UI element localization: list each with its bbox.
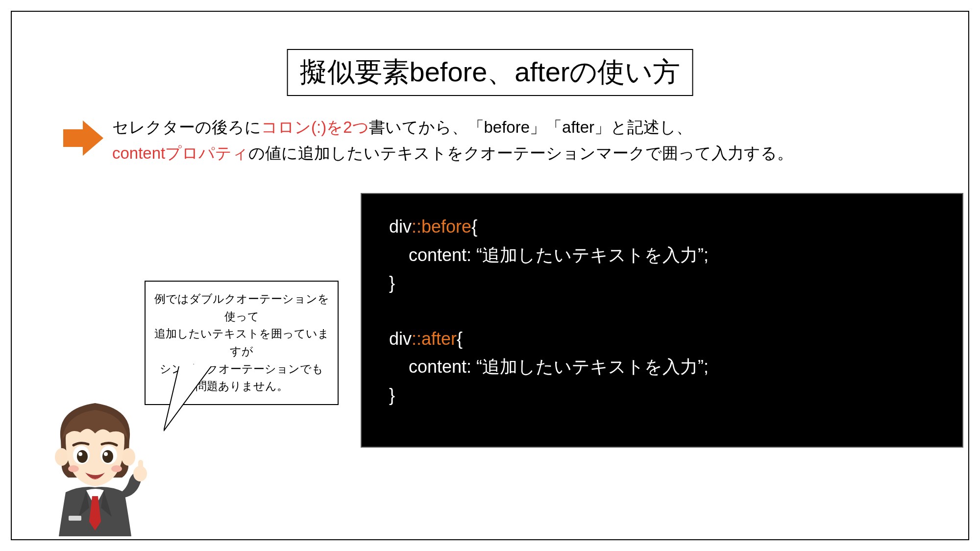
svg-rect-13: [69, 516, 81, 521]
code-before-selector: div::before{: [389, 213, 935, 241]
svg-marker-1: [164, 364, 213, 431]
svg-point-9: [78, 452, 82, 456]
desc-part1: セレクターの後ろに: [112, 118, 261, 136]
description-text: セレクターの後ろにコロン(:)を2つ書いてから、「before」「after」と…: [112, 115, 793, 167]
code-after-selector: div::after{: [389, 325, 935, 353]
desc-part2: 書いてから、「before」「after」と記述し、: [369, 118, 693, 136]
svg-marker-0: [63, 120, 103, 156]
svg-point-10: [104, 452, 108, 456]
code-example: div::before{ content: “追加したいテキストを入力”; } …: [361, 193, 963, 448]
businessman-character-icon: [31, 394, 159, 536]
svg-rect-2: [178, 364, 214, 366]
svg-point-11: [68, 465, 79, 472]
desc-highlight-2: contentプロパティ: [112, 144, 248, 162]
svg-rect-15: [138, 460, 143, 475]
code-before-content: content: “追加したいテキストを入力”;: [389, 241, 935, 269]
desc-part3: の値に追加したいテキストをクオーテーションマークで囲って入力する。: [248, 144, 793, 162]
code-after-close: }: [389, 381, 935, 409]
code-before-close: }: [389, 269, 935, 297]
svg-point-8: [102, 450, 113, 463]
speech-tail-icon: [164, 364, 222, 433]
slide-title: 擬似要素before、afterの使い方: [287, 49, 693, 96]
speech-line-1: 例ではダブルクオーテーションを使って: [149, 290, 334, 325]
arrow-right-icon: [63, 120, 103, 158]
svg-point-7: [77, 450, 88, 463]
slide-frame: 擬似要素before、afterの使い方 セレクターの後ろにコロン(:)を2つ書…: [11, 11, 969, 540]
svg-point-12: [111, 465, 122, 472]
code-after-content: content: “追加したいテキストを入力”;: [389, 353, 935, 381]
speech-line-2: 追加したいテキストを囲っていますが: [149, 325, 334, 360]
desc-highlight-1: コロン(:)を2つ: [261, 118, 369, 136]
